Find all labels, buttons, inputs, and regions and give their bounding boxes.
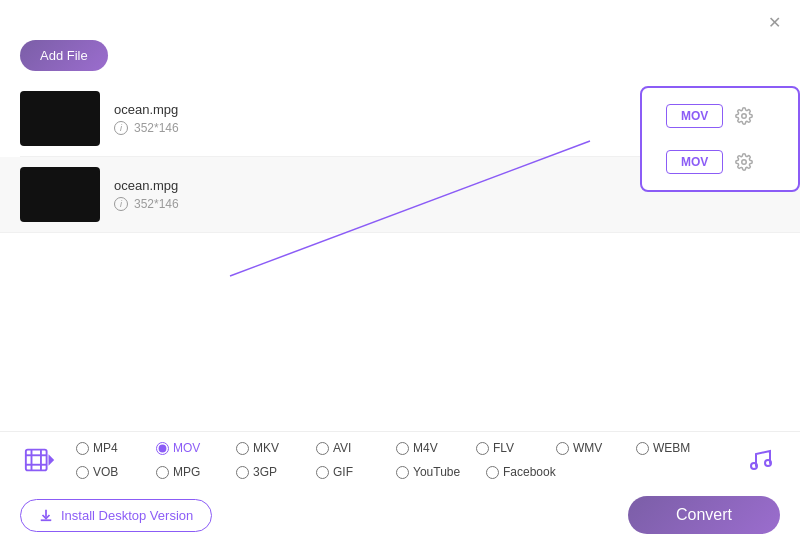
video-format-icon [20,440,60,480]
format-box: MOV MOV [640,86,800,192]
format-option-facebook[interactable]: Facebook [480,462,570,482]
format-label-wmv: WMV [573,441,602,455]
radio-facebook[interactable] [486,466,499,479]
format-button-2[interactable]: MOV [666,150,723,174]
radio-mov[interactable] [156,442,169,455]
settings-icon-1[interactable] [733,105,755,127]
file-dims: 352*146 [134,121,179,135]
format-option-mp4[interactable]: MP4 [70,438,150,458]
format-row-1: MOV [666,104,774,128]
install-label: Install Desktop Version [61,508,193,523]
format-option-youtube[interactable]: YouTube [390,462,480,482]
info-icon[interactable]: i [114,121,128,135]
format-label-m4v: M4V [413,441,438,455]
radio-youtube[interactable] [396,466,409,479]
format-label-vob: VOB [93,465,118,479]
format-option-m4v[interactable]: M4V [390,438,470,458]
info-icon[interactable]: i [114,197,128,211]
file-thumbnail [20,91,100,146]
format-label-youtube: YouTube [413,465,460,479]
format-label-flv: FLV [493,441,514,455]
format-row-2: MOV [666,150,774,174]
radio-mkv[interactable] [236,442,249,455]
format-label-3gp: 3GP [253,465,277,479]
title-bar: ✕ [0,0,800,36]
radio-gif[interactable] [316,466,329,479]
radio-mp4[interactable] [76,442,89,455]
format-option-wmv[interactable]: WMV [550,438,630,458]
svg-point-9 [751,463,757,469]
format-label-facebook: Facebook [503,465,556,479]
radio-flv[interactable] [476,442,489,455]
svg-marker-8 [49,454,55,465]
svg-point-10 [765,460,771,466]
download-icon [39,508,53,522]
main-window: ✕ Add File ocean.mpg i 352*146 ocean.mpg [0,0,800,542]
file-meta: i 352*146 [114,197,780,211]
format-label-mov: MOV [173,441,200,455]
music-format-icon[interactable] [740,440,780,480]
format-label-mkv: MKV [253,441,279,455]
radio-webm[interactable] [636,442,649,455]
format-selector: MP4 MOV MKV AVI M4V FLV WM [20,438,780,482]
file-thumbnail [20,167,100,222]
format-label-gif: GIF [333,465,353,479]
close-button[interactable]: ✕ [764,12,784,32]
settings-icon-2[interactable] [733,151,755,173]
format-label-mpg: MPG [173,465,200,479]
format-option-avi[interactable]: AVI [310,438,390,458]
format-button-1[interactable]: MOV [666,104,723,128]
format-option-vob[interactable]: VOB [70,462,150,482]
toolbar: Add File [0,36,800,81]
svg-rect-3 [26,450,47,471]
format-option-mpg[interactable]: MPG [150,462,230,482]
convert-button[interactable]: Convert [628,496,780,534]
bottom-actions: Install Desktop Version Convert [0,484,800,542]
format-option-webm[interactable]: WEBM [630,438,710,458]
svg-point-1 [742,160,747,165]
radio-3gp[interactable] [236,466,249,479]
file-list: ocean.mpg i 352*146 ocean.mpg i 352*146 … [0,81,800,431]
format-option-gif[interactable]: GIF [310,462,390,482]
format-panel: MP4 MOV MKV AVI M4V FLV WM [0,431,800,484]
svg-point-0 [742,114,747,119]
radio-wmv[interactable] [556,442,569,455]
format-option-mov[interactable]: MOV [150,438,230,458]
install-button[interactable]: Install Desktop Version [20,499,212,532]
radio-avi[interactable] [316,442,329,455]
format-options: MP4 MOV MKV AVI M4V FLV WM [70,438,740,482]
radio-m4v[interactable] [396,442,409,455]
format-option-flv[interactable]: FLV [470,438,550,458]
format-option-3gp[interactable]: 3GP [230,462,310,482]
radio-mpg[interactable] [156,466,169,479]
file-dims: 352*146 [134,197,179,211]
format-label-mp4: MP4 [93,441,118,455]
add-file-button[interactable]: Add File [20,40,108,71]
format-option-mkv[interactable]: MKV [230,438,310,458]
radio-vob[interactable] [76,466,89,479]
format-label-webm: WEBM [653,441,690,455]
format-label-avi: AVI [333,441,351,455]
